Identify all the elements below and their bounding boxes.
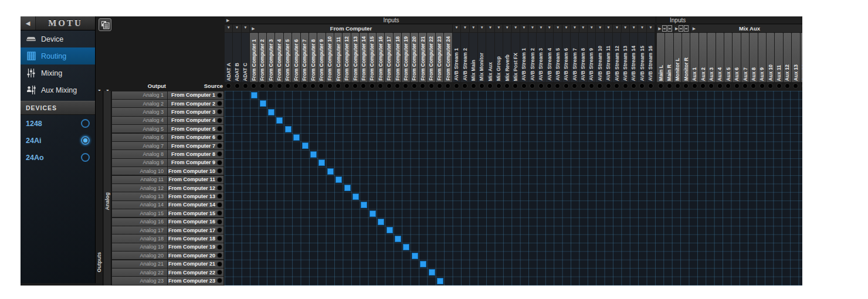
source-selector[interactable]: From Computer 20 <box>168 252 223 259</box>
column-route-dot-cell[interactable] <box>613 82 621 90</box>
input-column[interactable]: Aux 9 <box>758 33 766 82</box>
column-route-dot-cell[interactable] <box>402 82 409 90</box>
column-route-dot-cell[interactable] <box>469 82 477 90</box>
input-column[interactable]: From Computer 6 <box>292 33 300 82</box>
input-column[interactable]: From Computer 10 <box>326 33 334 82</box>
source-selector[interactable]: From Computer 23 <box>168 277 223 284</box>
input-column[interactable]: Aux 14 <box>801 33 802 82</box>
input-column[interactable]: AVB Stream 16 <box>647 33 655 82</box>
input-column[interactable]: Aux 10 <box>767 33 774 82</box>
column-route-dot-cell[interactable] <box>665 82 673 90</box>
input-column[interactable]: Mix Monitor <box>478 33 486 82</box>
input-column[interactable]: AVB Stream 3 <box>537 33 544 82</box>
input-column[interactable]: From Computer 3 <box>267 33 274 82</box>
input-column[interactable]: AVB Stream 8 <box>579 33 586 82</box>
source-selector[interactable]: From Computer 10 <box>168 167 223 175</box>
input-column[interactable]: AVB Stream 10 <box>596 33 603 82</box>
column-route-dot-cell[interactable] <box>630 82 638 90</box>
column-route-dot-cell[interactable] <box>275 82 283 90</box>
column-route-dot-cell[interactable] <box>436 82 443 90</box>
column-route-dot-cell[interactable] <box>225 82 232 90</box>
column-route-dot-cell[interactable] <box>537 82 544 90</box>
input-column[interactable]: Aux 1 <box>690 33 698 82</box>
route-square[interactable] <box>293 134 300 141</box>
input-column[interactable]: From Computer 11 <box>334 33 342 82</box>
sidebar-item-routing[interactable]: Routing <box>21 47 95 64</box>
column-collapse-cell[interactable]: ▼ <box>225 25 232 32</box>
device-select-radio[interactable] <box>81 119 90 128</box>
column-route-dot-cell[interactable] <box>520 82 528 90</box>
column-collapse-cell[interactable]: ▼ <box>605 25 612 32</box>
input-column[interactable]: From Computer 16 <box>377 33 384 82</box>
column-route-dot-cell[interactable] <box>724 82 732 90</box>
routing-matrix-grid[interactable] <box>225 91 802 286</box>
column-route-dot-cell[interactable] <box>233 82 240 90</box>
route-square[interactable] <box>412 253 418 259</box>
input-column[interactable]: ADAT B <box>233 33 240 82</box>
column-collapse-cell[interactable]: ▼ <box>588 25 595 32</box>
input-column[interactable]: AVB Stream 6 <box>562 33 570 82</box>
source-selector[interactable]: From Computer 18 <box>168 235 223 242</box>
column-route-dot-cell[interactable] <box>657 82 664 90</box>
column-route-dot-cell[interactable] <box>750 82 757 90</box>
column-collapse-cell[interactable]: ▼ <box>503 25 511 32</box>
input-column[interactable]: Aux 8 <box>750 33 757 82</box>
column-route-dot-cell[interactable] <box>385 82 392 90</box>
input-column[interactable]: Aux 2 <box>699 33 707 82</box>
source-selector[interactable]: From Computer 7 <box>168 142 223 150</box>
input-column[interactable]: Aux 6 <box>733 33 740 82</box>
expand-arrow-icon[interactable]: ▶ <box>226 18 229 23</box>
source-selector[interactable]: From Computer 21 <box>168 260 223 268</box>
stereo-pair-header[interactable]: ▶ <box>657 25 673 32</box>
route-square[interactable] <box>403 244 409 250</box>
route-square[interactable] <box>437 278 443 284</box>
column-route-dot-cell[interactable] <box>733 82 740 90</box>
input-column[interactable]: From Computer 1 <box>250 33 257 82</box>
column-route-dot-cell[interactable] <box>267 82 274 90</box>
input-column[interactable]: AVB Stream 7 <box>571 33 578 82</box>
column-route-dot-cell[interactable] <box>334 82 342 90</box>
column-collapse-cell[interactable]: ▼ <box>512 25 520 32</box>
source-selector[interactable]: From Computer 1 <box>168 91 223 99</box>
input-column[interactable]: Mix Main <box>469 33 477 82</box>
input-column[interactable]: From Computer 13 <box>351 33 359 82</box>
column-route-dot-cell[interactable] <box>486 82 494 90</box>
route-square[interactable] <box>251 92 257 98</box>
column-route-dot-cell[interactable] <box>444 82 452 90</box>
column-route-dot-cell[interactable] <box>707 82 715 90</box>
source-selector[interactable]: From Computer 12 <box>168 184 223 192</box>
input-column[interactable]: Mix Post FX <box>511 33 519 82</box>
route-square[interactable] <box>361 202 367 208</box>
route-square[interactable] <box>318 159 325 166</box>
column-collapse-cell[interactable]: ▼ <box>520 25 528 32</box>
column-collapse-cell[interactable]: ▼ <box>470 25 477 32</box>
input-column[interactable]: AVB Stream 12 <box>613 33 621 82</box>
column-collapse-cell[interactable]: ▼ <box>486 25 494 32</box>
device-select-radio[interactable] <box>81 136 90 145</box>
route-square[interactable] <box>276 117 283 124</box>
input-column[interactable]: From Computer 8 <box>309 33 317 82</box>
input-column[interactable]: From Computer 12 <box>343 33 350 82</box>
column-collapse-cell[interactable]: ▼ <box>622 25 629 32</box>
column-route-dot-cell[interactable] <box>284 82 291 90</box>
column-route-dot-cell[interactable] <box>775 82 782 90</box>
input-column[interactable]: Aux 13 <box>792 33 799 82</box>
source-selector[interactable]: From Computer 11 <box>168 176 223 184</box>
input-column[interactable]: From Computer 22 <box>427 33 435 82</box>
column-route-dot-cell[interactable] <box>309 82 317 90</box>
route-square[interactable] <box>327 168 334 175</box>
source-selector[interactable]: From Computer 22 <box>168 269 223 276</box>
column-route-dot-cell[interactable] <box>427 82 435 90</box>
column-route-dot-cell[interactable] <box>690 82 698 90</box>
back-button[interactable]: ◀ <box>21 16 36 30</box>
column-collapse-cell[interactable]: ▼ <box>554 25 561 32</box>
column-collapse-cell[interactable]: ▼ <box>630 25 638 32</box>
input-column[interactable]: Monitor L <box>674 33 681 82</box>
column-route-dot-cell[interactable] <box>326 82 334 90</box>
column-route-dot-cell[interactable] <box>259 82 266 90</box>
route-square[interactable] <box>302 142 308 149</box>
input-column[interactable]: From Computer 15 <box>368 33 376 82</box>
input-column[interactable]: From Computer 20 <box>411 33 418 82</box>
copy-routing-grid-button[interactable] <box>99 18 111 31</box>
device-row[interactable]: 1248 <box>21 115 95 132</box>
